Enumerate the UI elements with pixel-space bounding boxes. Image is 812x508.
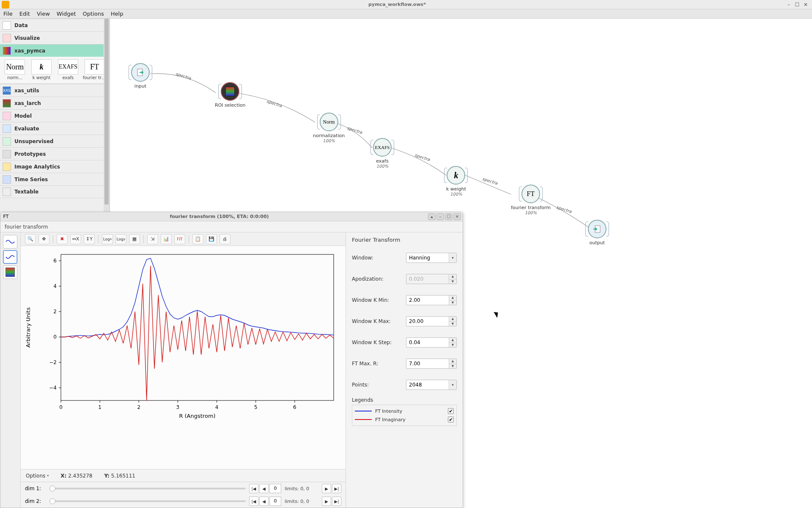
logy-button[interactable]: Logy — [115, 234, 126, 244]
menu-widget[interactable]: Widget — [57, 11, 76, 17]
param-spin[interactable]: 20.00▲▼ — [406, 316, 457, 326]
node-kweight[interactable]: k k weight 100% — [446, 166, 466, 196]
pencil-icon — [3, 150, 11, 158]
category-data[interactable]: Data — [0, 19, 110, 31]
minimize-icon[interactable]: – — [785, 2, 793, 8]
logx-button[interactable]: Logx — [102, 234, 113, 244]
category-visualize[interactable]: Visualize — [0, 31, 110, 44]
fit-button[interactable]: FIT — [174, 234, 185, 244]
dim1-value[interactable]: 0 — [269, 484, 281, 493]
copy-button[interactable]: 📋 — [192, 234, 203, 244]
widget-exafs[interactable]: EXAFS exafs — [56, 59, 80, 80]
svg-text:2: 2 — [53, 309, 57, 315]
dim1-limits: limits: 0, 0 — [285, 486, 318, 491]
category-evaluate[interactable]: Evaluate — [0, 122, 110, 135]
exafs-node-icon: EXAFS — [373, 138, 392, 157]
dim1-next-button[interactable]: ▶ — [322, 484, 331, 493]
chevron-down-icon: ▾ — [449, 380, 456, 389]
dim2-first-button[interactable]: |◀ — [249, 497, 258, 506]
mode-intensity-button[interactable] — [3, 235, 17, 248]
param-select[interactable]: Hanning▾ — [406, 253, 457, 263]
dialog-titlebar[interactable]: FT fourier transform (100%, ETA: 0:0:00)… — [0, 212, 463, 221]
dim2-row: dim 2: |◀ ◀ 0 limits: 0, 0 ▶ ▶| — [21, 495, 346, 508]
param-select[interactable]: 2048▾ — [406, 380, 457, 390]
zoom-button[interactable]: 🔍 — [25, 234, 36, 244]
window-title: pymca_workflow.ows* — [9, 2, 785, 7]
pan-button[interactable]: ✥ — [38, 234, 49, 244]
dim1-last-button[interactable]: ▶| — [332, 484, 341, 493]
dialog-roll-icon[interactable]: ▴ — [428, 213, 436, 220]
mode-imaginary-button[interactable] — [3, 250, 17, 264]
maximize-icon[interactable]: ☐ — [793, 2, 801, 8]
axes-button[interactable]: ⇲ — [147, 234, 158, 244]
param-row-2: Window K Min:2.00▲▼ — [352, 290, 457, 311]
legend-checkbox[interactable]: ✔ — [448, 408, 454, 414]
node-ft[interactable]: FT fourier transform 100% — [511, 185, 551, 215]
dialog-max-icon[interactable]: ☐ — [445, 213, 453, 220]
category-textable[interactable]: Textable — [0, 185, 110, 198]
param-label: Window K Max: — [352, 318, 406, 324]
node-exafs[interactable]: EXAFS exafs 100% — [373, 138, 392, 168]
spin-buttons[interactable]: ▲▼ — [449, 317, 456, 326]
spin-buttons[interactable]: ▲▼ — [449, 295, 456, 305]
dialog-min-icon[interactable]: – — [436, 213, 444, 220]
widget-norm[interactable]: Norm norm… — [3, 59, 27, 80]
evaluate-icon — [3, 124, 11, 133]
print-button[interactable]: 🖨 — [219, 234, 230, 244]
param-spin[interactable]: 0.04▲▼ — [406, 337, 457, 348]
node-output[interactable]: output — [588, 220, 606, 246]
menu-view[interactable]: View — [37, 11, 50, 17]
spin-buttons[interactable]: ▲▼ — [449, 338, 456, 347]
mode-image-button[interactable] — [3, 265, 17, 279]
category-prototypes[interactable]: Prototypes — [0, 147, 110, 160]
fit-y-button[interactable]: ↕Y — [84, 234, 95, 244]
spin-buttons[interactable]: ▲▼ — [449, 359, 456, 368]
close-icon[interactable]: ✕ — [802, 2, 809, 8]
menu-options[interactable]: Options — [83, 11, 104, 17]
params-title: Fourier Transform — [352, 237, 457, 243]
node-norm[interactable]: Norm normalization 100% — [313, 113, 345, 143]
legend-checkbox[interactable]: ✔ — [448, 417, 454, 422]
dim1-first-button[interactable]: |◀ — [249, 484, 258, 493]
dialog-close-icon[interactable]: ✕ — [453, 213, 461, 220]
dim2-value[interactable]: 0 — [269, 497, 281, 506]
node-roi[interactable]: ROI selection — [215, 82, 245, 108]
slider-handle[interactable] — [49, 486, 55, 491]
dim2-prev-button[interactable]: ◀ — [259, 497, 269, 506]
param-spin[interactable]: 2.00▲▼ — [406, 295, 457, 305]
param-spin[interactable]: 7.00▲▼ — [406, 359, 457, 369]
slider-handle[interactable] — [49, 498, 55, 504]
k-icon: k — [31, 59, 52, 75]
category-xas-larch[interactable]: xas_larch — [0, 97, 110, 109]
menu-edit[interactable]: Edit — [19, 11, 30, 17]
reset-button[interactable]: ✖ — [57, 234, 68, 244]
widget-kweight[interactable]: k k weight — [30, 59, 53, 80]
grid-button[interactable]: ▦ — [129, 234, 140, 244]
save-button[interactable]: 💾 — [206, 234, 217, 244]
menubar: File Edit View Widget Options Help — [0, 9, 812, 19]
dim2-last-button[interactable]: ▶| — [332, 497, 341, 506]
category-model[interactable]: Model — [0, 109, 110, 122]
dim2-slider[interactable] — [49, 500, 246, 502]
menu-help[interactable]: Help — [111, 11, 123, 17]
category-xas-pymca[interactable]: xas_pymca — [0, 44, 110, 57]
category-xas-utils[interactable]: XAS xas_utils — [0, 84, 110, 97]
stats-button[interactable]: 📊 — [161, 234, 172, 244]
chevron-down-icon: ▾ — [449, 253, 456, 262]
dim1-prev-button[interactable]: ◀ — [259, 484, 269, 493]
menu-file[interactable]: File — [3, 11, 13, 17]
svg-text:3: 3 — [176, 404, 180, 410]
dim2-next-button[interactable]: ▶ — [322, 497, 331, 506]
fit-x-button[interactable]: ↔X — [70, 234, 81, 244]
category-image-analytics[interactable]: Image Analytics — [0, 160, 110, 173]
category-unsupervised[interactable]: Unsupervised — [0, 135, 110, 147]
plot-canvas[interactable]: −4−202460123456R (Angstrom)Arbitrary Uni… — [21, 246, 346, 469]
svg-text:6: 6 — [293, 404, 296, 410]
node-input[interactable]: input — [131, 63, 150, 89]
category-time-series[interactable]: Time Series — [0, 173, 110, 185]
options-dropdown[interactable]: Options ▾ — [26, 473, 49, 479]
dim1-slider[interactable] — [49, 488, 246, 489]
scroll-thumb[interactable] — [104, 19, 109, 204]
image-icon — [3, 163, 11, 171]
widget-ft[interactable]: FT fourier transf… — [83, 59, 107, 80]
